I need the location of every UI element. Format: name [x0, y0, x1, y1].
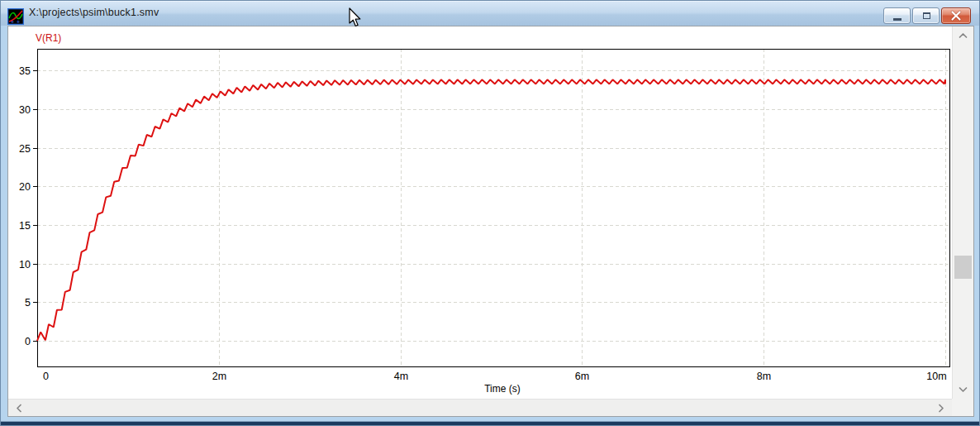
horizontal-scrollbar[interactable]	[8, 399, 952, 416]
svg-text:+: +	[11, 19, 14, 25]
svg-text:+: +	[17, 19, 20, 25]
client-area: V(R1) 0510152025303502m4m6m8m10mTime (s)	[7, 26, 974, 417]
svg-text:5: 5	[25, 297, 31, 309]
scroll-left-button[interactable]	[12, 400, 26, 416]
svg-text:10: 10	[19, 259, 31, 270]
svg-text:10m: 10m	[926, 371, 946, 382]
svg-text:35: 35	[19, 65, 31, 77]
maximize-icon	[923, 12, 930, 19]
legend-series-label: V(R1)	[36, 32, 61, 44]
svg-text:0: 0	[43, 371, 49, 382]
scroll-up-button[interactable]	[953, 29, 973, 42]
chevron-left-icon	[16, 404, 22, 413]
axes	[33, 50, 950, 367]
close-icon	[942, 8, 970, 23]
chevron-right-icon	[938, 404, 944, 413]
vertical-scrollbar[interactable]	[952, 26, 973, 399]
svg-text:0: 0	[25, 336, 31, 347]
scroll-right-button[interactable]	[935, 400, 948, 416]
axis-labels: 0510152025303502m4m6m8m10mTime (s)	[19, 65, 947, 395]
titlebar[interactable]: + + X:\projects\psim\buck1.smv	[1, 1, 979, 26]
window-title: X:\projects\psim\buck1.smv	[29, 7, 159, 18]
svg-text:30: 30	[19, 104, 31, 116]
svg-text:15: 15	[19, 220, 31, 232]
window-controls	[883, 7, 971, 24]
chevron-down-icon	[959, 386, 968, 393]
x-axis-title: Time (s)	[484, 383, 521, 395]
close-button[interactable]	[941, 7, 971, 24]
vertical-scroll-thumb[interactable]	[954, 256, 972, 279]
scrollbar-corner	[952, 399, 973, 416]
svg-text:4m: 4m	[394, 371, 408, 382]
svg-text:20: 20	[19, 181, 31, 193]
svg-text:8m: 8m	[757, 371, 771, 382]
minimize-button[interactable]	[883, 7, 911, 24]
scroll-down-button[interactable]	[953, 383, 973, 396]
gridlines	[37, 49, 949, 366]
maximize-button[interactable]	[912, 7, 940, 24]
waveform-plot[interactable]: V(R1) 0510152025303502m4m6m8m10mTime (s)	[8, 26, 952, 399]
app-waveform-icon: + +	[7, 8, 24, 25]
waveform-curve	[37, 79, 945, 341]
chevron-up-icon	[959, 32, 968, 39]
chart-canvas: 0510152025303502m4m6m8m10mTime (s)	[8, 26, 952, 399]
svg-text:25: 25	[19, 143, 31, 155]
simview-window: + + X:\projects\psim\buck1.smv V(R1) 051…	[0, 0, 980, 426]
svg-text:2m: 2m	[212, 371, 226, 382]
minimize-icon	[893, 18, 902, 21]
svg-text:6m: 6m	[575, 371, 589, 382]
